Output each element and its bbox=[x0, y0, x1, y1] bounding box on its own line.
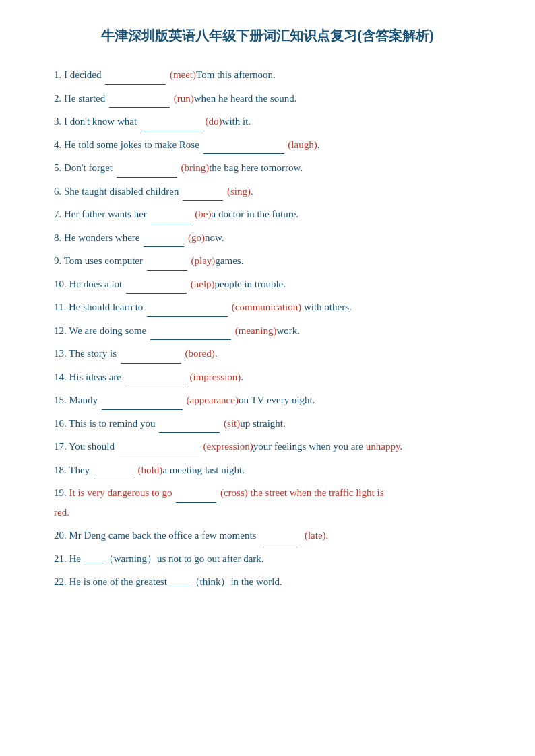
question-12: 12. We are doing some (meaning)work. bbox=[54, 321, 481, 341]
q10-blank bbox=[126, 293, 187, 294]
q20-num: 20. Mr Deng came back the office a few m… bbox=[54, 530, 259, 541]
q4-rest: . bbox=[317, 139, 320, 150]
question-20: 20. Mr Deng came back the office a few m… bbox=[54, 526, 481, 545]
q6-rest: . bbox=[251, 186, 253, 197]
question-6: 6. She taught disabled children (sing). bbox=[54, 182, 481, 201]
page-title: 牛津深圳版英语八年级下册词汇知识点复习(含答案解析) bbox=[54, 27, 481, 45]
q11-rest: with others. bbox=[301, 302, 352, 312]
q6-blank bbox=[183, 200, 223, 201]
q3-num: 3. I don't know what bbox=[54, 116, 139, 127]
q11-num: 11. He should learn to bbox=[54, 302, 146, 312]
q1-blank bbox=[105, 84, 166, 85]
q16-blank bbox=[159, 432, 220, 433]
question-10: 10. He does a lot (help)people in troubl… bbox=[54, 275, 481, 294]
q17-period: . bbox=[400, 441, 402, 452]
q12-blank bbox=[150, 339, 231, 340]
q13-blank bbox=[121, 363, 181, 364]
question-13: 13. The story is (bored). bbox=[54, 344, 481, 364]
question-3: 3. I don't know what (do)with it. bbox=[54, 112, 481, 131]
q5-num: 5. Don't forget bbox=[54, 162, 115, 173]
q14-num: 14. His ideas are bbox=[54, 372, 124, 382]
q19-red-rest: the street when the traffic light is bbox=[250, 487, 383, 498]
q11-hint: (communication) bbox=[229, 302, 301, 312]
q5-blank bbox=[117, 177, 177, 178]
q19-red-cont: red. bbox=[54, 507, 69, 518]
q8-hint: (go) bbox=[185, 232, 205, 243]
question-2: 2. He started (run)when he heard the sou… bbox=[54, 89, 481, 108]
question-9: 9. Tom uses computer (play)games. bbox=[54, 251, 481, 271]
q2-rest: when he heard the sound. bbox=[194, 93, 297, 104]
q22-text: 22. He is one of the greatest ____（think… bbox=[54, 576, 282, 587]
q8-num: 8. He wonders where bbox=[54, 232, 142, 243]
q7-hint: (be) bbox=[193, 209, 212, 219]
q12-hint: (meaning) bbox=[232, 325, 276, 336]
q17-num: 17. You should bbox=[54, 441, 117, 452]
q19-blank bbox=[176, 502, 216, 503]
q9-hint: (play) bbox=[189, 255, 216, 266]
q15-blank bbox=[102, 409, 183, 410]
q9-blank bbox=[147, 270, 187, 271]
question-21: 21. He ____（warning）us not to go out aft… bbox=[54, 549, 481, 569]
question-17: 17. You should (expression)your feelings… bbox=[54, 437, 481, 456]
q17-blank bbox=[119, 456, 199, 456]
q7-num: 7. Her father wants her bbox=[54, 209, 150, 219]
q4-hint: (laugh) bbox=[286, 139, 317, 150]
q3-rest: with it. bbox=[222, 116, 251, 127]
q13-rest: . bbox=[215, 348, 218, 359]
question-14: 14. His ideas are (impression). bbox=[54, 368, 481, 387]
q15-rest: on TV every night. bbox=[239, 394, 315, 405]
q5-hint: (bring) bbox=[179, 162, 209, 173]
q2-blank bbox=[109, 107, 170, 108]
q8-blank bbox=[144, 246, 184, 247]
q5-rest: the bag here tomorrow. bbox=[209, 162, 303, 173]
q6-num: 6. She taught disabled children bbox=[54, 186, 181, 197]
q3-blank bbox=[141, 131, 201, 131]
q1-rest: Tom this afternoon. bbox=[196, 69, 276, 80]
question-1: 1. I decided (meet)Tom this afternoon. bbox=[54, 65, 481, 85]
questions-container: 1. I decided (meet)Tom this afternoon. 2… bbox=[54, 65, 481, 592]
q16-hint: (sit) bbox=[221, 418, 240, 429]
q20-hint: (late) bbox=[302, 530, 325, 541]
q15-hint: (appearance) bbox=[184, 394, 239, 405]
q17-rest: your feelings when you are bbox=[253, 441, 366, 452]
q18-rest: a meeting last night. bbox=[162, 465, 245, 475]
q9-rest: games. bbox=[215, 255, 243, 266]
question-18: 18. They (hold)a meeting last night. bbox=[54, 460, 481, 480]
question-22: 22. He is one of the greatest ____（think… bbox=[54, 572, 481, 592]
q4-num: 4. He told some jokes to make Rose bbox=[54, 139, 202, 150]
q1-hint: (meet) bbox=[167, 69, 196, 80]
question-11: 11. He should learn to (communication) w… bbox=[54, 298, 481, 317]
q11-blank bbox=[147, 316, 228, 317]
q14-hint: (impression) bbox=[187, 372, 241, 382]
q15-num: 15. Mandy bbox=[54, 394, 100, 405]
q21-text: 21. He ____（warning）us not to go out aft… bbox=[54, 553, 264, 564]
q20-rest: . bbox=[326, 530, 329, 541]
q17-red-word: unhappy bbox=[366, 441, 400, 452]
q14-blank bbox=[125, 386, 186, 386]
q19-hint: (cross) bbox=[218, 487, 250, 498]
question-4: 4. He told some jokes to make Rose (laug… bbox=[54, 135, 481, 155]
q20-blank bbox=[260, 545, 301, 545]
q16-rest: up straight. bbox=[240, 418, 286, 429]
q10-hint: (help) bbox=[188, 279, 215, 289]
q13-hint: (bored) bbox=[183, 348, 215, 359]
q13-num: 13. The story is bbox=[54, 348, 119, 359]
q17-hint: (expression) bbox=[201, 441, 253, 452]
q3-hint: (do) bbox=[203, 116, 222, 127]
q18-num: 18. They bbox=[54, 465, 92, 475]
q16-num: 16. This is to remind you bbox=[54, 418, 158, 429]
q4-blank bbox=[203, 153, 284, 154]
q10-num: 10. He does a lot bbox=[54, 279, 125, 289]
q7-rest: a doctor in the future. bbox=[212, 209, 299, 219]
q6-hint: (sing) bbox=[224, 186, 251, 197]
q18-blank bbox=[94, 479, 134, 479]
q8-rest: now. bbox=[205, 232, 224, 243]
q2-hint: (run) bbox=[171, 93, 194, 104]
q9-num: 9. Tom uses computer bbox=[54, 255, 146, 266]
q12-num: 12. We are doing some bbox=[54, 325, 149, 336]
q19-red-start: It is very dangerous to go bbox=[69, 487, 175, 498]
q18-hint: (hold) bbox=[135, 465, 162, 475]
question-7: 7. Her father wants her (be)a doctor in … bbox=[54, 205, 481, 224]
question-15: 15. Mandy (appearance)on TV every night. bbox=[54, 390, 481, 410]
q12-rest: work. bbox=[276, 325, 300, 336]
